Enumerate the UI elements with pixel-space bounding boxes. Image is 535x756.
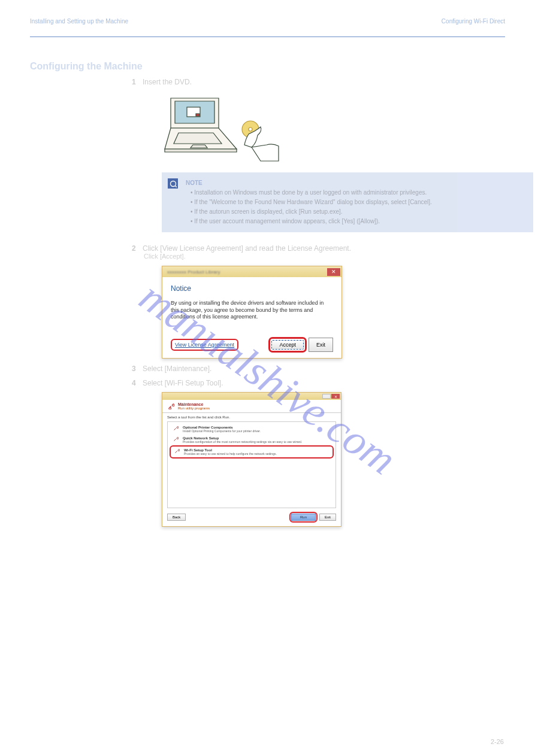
step-4: 4Select [Wi-Fi Setup Tool]. [132,379,505,387]
maint-desc: Select a tool from the list and click Ru… [162,413,341,420]
minimize-button[interactable] [322,394,331,399]
page-number: 2-26 [491,738,504,745]
accept-button[interactable]: Accept [271,340,304,350]
note-bullet-2: • If the "Welcome to the Found New Hardw… [191,198,527,207]
svg-point-3 [249,127,252,131]
tool-icon [172,436,180,442]
back-button[interactable]: Back [167,514,186,521]
step-1: 1Insert the DVD. [132,78,505,86]
note-icon [168,178,178,189]
notice-titlebar: xxxxxxxx Product Library ✕ [162,266,341,277]
note-bullet-3: • If the autorun screen is displayed, cl… [191,207,527,217]
run-button[interactable]: Run [291,514,316,521]
tool-icon [172,426,180,431]
note-title: NOTE [186,178,527,188]
tool-icon [173,448,181,454]
wrench-icon [167,403,175,409]
maint-header-sub: Run utility programs [178,406,210,410]
maint-close-button[interactable]: ✕ [331,394,340,399]
header-rule [30,37,505,37]
maint-item-quicknet[interactable]: Quick Network Setup Provides configurati… [170,435,334,445]
note-box: NOTE • Installation on Windows must be d… [162,172,533,232]
svg-line-5 [175,186,177,187]
note-bullet-1: • Installation on Windows must be done b… [191,188,527,198]
maintenance-dialog: ✕ Maintenance Run utility programs Selec… [162,392,341,527]
maint-item-wifi[interactable]: Wi-Fi Setup Tool Provides an easy to use… [170,445,334,459]
close-button[interactable]: ✕ [327,268,340,276]
maint-titlebar: ✕ [162,393,341,400]
svg-rect-1 [196,114,200,116]
step-2: 2Click [View License Agreement] and read… [132,244,505,253]
step-2b: Click [Accept]. [144,253,505,260]
note-bullet-4: • If the user account management window … [191,217,527,226]
exit-button[interactable]: Exit [309,338,333,352]
notice-dialog: xxxxxxxx Product Library ✕ Notice By usi… [162,266,342,359]
notice-heading: Notice [171,284,333,293]
notice-titlebar-text: xxxxxxxx Product Library [167,269,220,275]
section-title: Configuring the Machine [30,61,505,72]
step-3: 3Select [Maintenance]. [132,365,505,373]
maint-list: Optional Printer Components Install Opti… [167,421,336,508]
header-right: Configuring Wi-Fi Direct [30,18,505,25]
maint-item-optional[interactable]: Optional Printer Components Install Opti… [170,424,334,435]
notice-text: By using or installing the device driver… [171,300,333,321]
maint-header-title: Maintenance [178,402,210,406]
laptop-cd-illustration [162,92,505,166]
maint-exit-button[interactable]: Exit [319,514,336,521]
view-license-link[interactable]: View License Agreement [171,339,238,351]
